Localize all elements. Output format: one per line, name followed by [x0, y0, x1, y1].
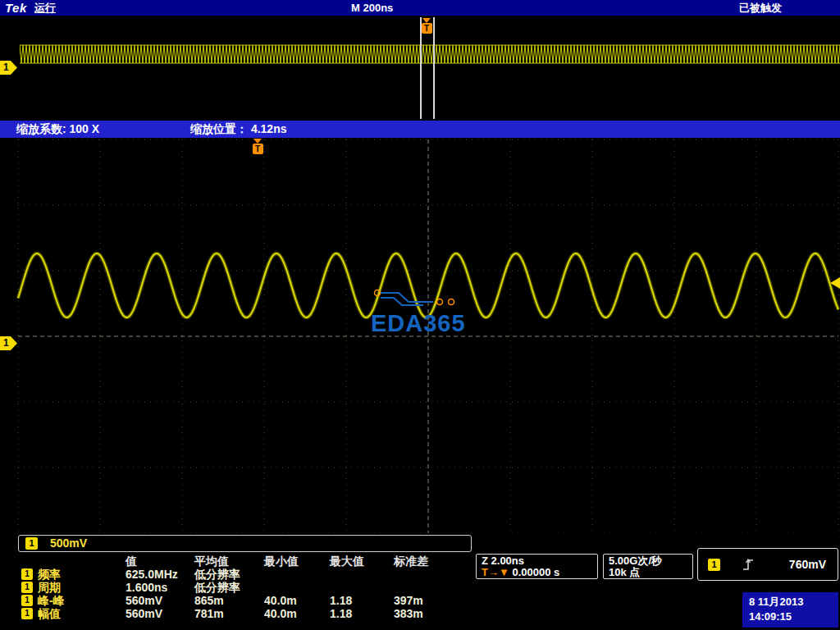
- oscilloscope-screen: Tek 运行 M 200ns 已被触发 T 1 缩放系数: 100 X 缩放位置…: [0, 0, 840, 630]
- trigger-status-readout: 已被触发: [739, 0, 782, 16]
- col-header-max: 最大值: [330, 555, 394, 568]
- sample-rate-readout: 5.00G次/秒: [609, 555, 692, 567]
- channel1-badge: 1: [21, 595, 33, 606]
- measurement-min: [264, 568, 330, 581]
- trigger-position-icon: T→▼: [482, 566, 509, 578]
- trigger-level-readout: 760mV: [789, 558, 826, 571]
- measurement-std: [394, 581, 459, 594]
- overview-strip: T 1: [0, 16, 840, 121]
- waveform-right-arrow-icon: [830, 277, 840, 289]
- col-header-std: 标准差: [394, 555, 459, 568]
- channel1-badge: 1: [21, 568, 33, 580]
- channel1-badge: 1: [21, 582, 33, 593]
- zoom-readout-bar: 缩放系数: 100 X 缩放位置： 4.12ns: [0, 121, 840, 138]
- trigger-position-marker-main[interactable]: T: [252, 139, 263, 154]
- col-header-mean: 平均值: [194, 555, 264, 568]
- measurement-row-period: 1 周期 1.600ns 低分辨率: [18, 581, 474, 594]
- record-length-readout: 10k 点: [609, 567, 692, 578]
- channel1-scale-readout: 500mV: [50, 536, 87, 551]
- col-header-value: 值: [126, 555, 194, 568]
- measurement-mean: 781m: [194, 607, 264, 620]
- measurement-min: [264, 581, 330, 594]
- measurement-min: 40.0m: [264, 594, 330, 607]
- measurement-mean: 低分辨率: [194, 568, 264, 581]
- measurement-label: 峰-峰: [38, 594, 65, 607]
- measurement-mean: 低分辨率: [194, 581, 264, 594]
- rising-edge-icon: [742, 557, 755, 572]
- tek-logo: Tek: [5, 0, 27, 16]
- main-timebase-readout: M 200ns: [351, 0, 393, 16]
- trigger-settings-box: 1 760mV: [697, 548, 838, 581]
- measurement-std: 383m: [394, 607, 459, 620]
- measurement-max: 1.18: [330, 594, 394, 607]
- bottom-readout-area: 1 500mV 值 平均值 最小值 最大值 标准差 1 频率 625.0MHz …: [0, 533, 840, 630]
- measurement-label: 周期: [38, 581, 61, 594]
- waveform-display: T EDA365 1: [0, 138, 840, 533]
- measurement-label: 幅值: [38, 607, 61, 620]
- measurement-value: 625.0MHz: [126, 568, 194, 581]
- zoom-scale-readout: Z 2.00ns: [482, 555, 597, 567]
- measurement-max: [330, 568, 394, 581]
- measurement-row-frequency: 1 频率 625.0MHz 低分辨率: [18, 568, 474, 581]
- watermark-text: EDA365: [371, 310, 466, 337]
- trigger-source-badge: 1: [708, 559, 720, 571]
- measurement-row-pkpk: 1 峰-峰 560mV 865m 40.0m 1.18 397m: [18, 594, 474, 607]
- measurement-header-row: 值 平均值 最小值 最大值 标准差: [18, 555, 474, 568]
- measurement-std: 397m: [394, 594, 459, 607]
- zoom-timebase-box: Z 2.00ns T→▼ 0.00000 s: [476, 554, 598, 579]
- measurement-row-amplitude: 1 幅值 560mV 781m 40.0m 1.18 383m: [18, 607, 474, 620]
- measurement-max: 1.18: [330, 607, 394, 620]
- trigger-t-icon: T: [422, 23, 432, 34]
- measurement-label: 频率: [38, 568, 61, 581]
- measurement-mean: 865m: [194, 594, 264, 607]
- channel1-marker-overview[interactable]: 1: [0, 61, 17, 75]
- measurement-max: [330, 581, 394, 594]
- measurement-table: 值 平均值 最小值 最大值 标准差 1 频率 625.0MHz 低分辨率 1: [18, 555, 474, 620]
- watermark-circuit-graphic: [371, 287, 461, 312]
- channel1-scale-bar[interactable]: 1 500mV: [18, 535, 472, 552]
- trigger-position-marker-overview[interactable]: T: [421, 18, 432, 34]
- top-status-bar: Tek 运行 M 200ns 已被触发: [0, 0, 840, 16]
- time-readout: 14:09:15: [749, 609, 838, 624]
- run-status: 运行: [34, 0, 56, 16]
- trigger-t-icon: T: [253, 144, 263, 154]
- channel1-badge: 1: [25, 537, 38, 550]
- measurement-value: 1.600ns: [126, 581, 194, 594]
- measurement-std: [394, 568, 459, 581]
- col-header-min: 最小值: [264, 555, 330, 568]
- measurement-value: 560mV: [126, 594, 194, 607]
- trigger-position-value: 0.00000 s: [512, 566, 559, 578]
- measurement-min: 40.0m: [264, 607, 330, 620]
- date-readout: 8 11月2013: [749, 595, 838, 609]
- channel1-badge: 1: [21, 608, 33, 619]
- zoom-position-readout: 缩放位置： 4.12ns: [190, 121, 286, 138]
- measurement-value: 560mV: [126, 607, 194, 620]
- acquisition-box: 5.00G次/秒 10k 点: [603, 554, 693, 579]
- zoom-factor-readout: 缩放系数: 100 X: [16, 121, 99, 138]
- datetime-box: 8 11月2013 14:09:15: [742, 592, 838, 628]
